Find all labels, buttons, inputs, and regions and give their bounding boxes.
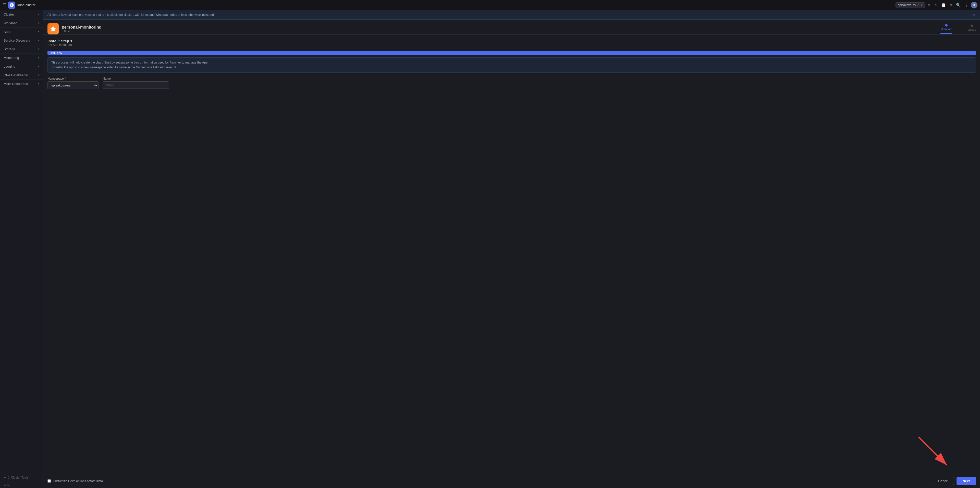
install-title-area: Install: Step 1 Set App metadata bbox=[43, 35, 980, 51]
linux-only-badge: Linux only bbox=[48, 51, 976, 55]
name-label: Name bbox=[103, 77, 169, 80]
name-input[interactable] bbox=[103, 81, 169, 89]
logging-chevron-icon: ▾ bbox=[38, 65, 40, 68]
refresh-icon[interactable]: ↻ bbox=[933, 2, 939, 8]
main-layout: Cluster ▾ Workload ▾ Apps ▾ Service Disc… bbox=[0, 10, 980, 488]
namespace-form-group: Namespace * spisakova-ns bbox=[48, 77, 99, 89]
customize-option: Customize Helm options before install bbox=[48, 479, 104, 483]
app-version: 0.0.14 bbox=[62, 30, 102, 33]
step-values[interactable]: Values bbox=[967, 24, 976, 34]
svg-line-1 bbox=[919, 437, 947, 465]
monitoring-chevron-icon: ▾ bbox=[38, 56, 40, 59]
namespace-value: spisakova-ns bbox=[898, 3, 916, 7]
sidebar-item-logging-label: Logging bbox=[3, 65, 15, 68]
upload-icon[interactable]: ⬆ bbox=[926, 2, 932, 8]
info-line-1: This process will help create the chart.… bbox=[51, 60, 972, 65]
sidebar: Cluster ▾ Workload ▾ Apps ▾ Service Disc… bbox=[0, 10, 43, 488]
step-metadata[interactable]: Metadata bbox=[940, 24, 952, 34]
step-metadata-label: Metadata bbox=[940, 27, 952, 30]
sidebar-item-monitoring[interactable]: Monitoring ▾ bbox=[0, 54, 43, 62]
namespace-select-wrapper: spisakova-ns bbox=[48, 81, 99, 89]
namespace-select[interactable]: spisakova-ns bbox=[48, 81, 99, 89]
cancel-button[interactable]: Cancel bbox=[933, 477, 954, 485]
form-area: Namespace * spisakova-ns Name bbox=[43, 77, 980, 89]
sidebar-item-cluster-label: Cluster bbox=[3, 13, 14, 16]
sidebar-item-cluster[interactable]: Cluster ▾ bbox=[0, 10, 43, 19]
more-resources-chevron-icon: ▾ bbox=[38, 82, 40, 86]
namespace-close-icon[interactable]: ✕ bbox=[917, 3, 920, 6]
cluster-tools-plus-icon: ✦ bbox=[3, 476, 6, 479]
sidebar-item-opa[interactable]: OPA Gatekeeper ▾ bbox=[0, 71, 43, 79]
bottom-buttons: Cancel Next bbox=[933, 477, 976, 485]
app-logo bbox=[8, 2, 15, 9]
opa-chevron-icon: ▾ bbox=[38, 73, 40, 77]
apps-chevron-icon: ▾ bbox=[38, 30, 40, 33]
sidebar-item-service-discovery[interactable]: Service Discovery ▾ bbox=[0, 36, 43, 45]
namespace-selector[interactable]: spisakova-ns ✕ ▾ bbox=[896, 2, 925, 8]
info-box: This process will help create the chart.… bbox=[48, 57, 976, 73]
topbar-right: spisakova-ns ✕ ▾ ⬆ ↻ 📋 ⧉ 🔍 ⋮ bbox=[896, 2, 977, 8]
sidebar-item-opa-label: OPA Gatekeeper bbox=[3, 73, 28, 77]
next-button[interactable]: Next bbox=[956, 477, 976, 485]
storage-chevron-icon: ▾ bbox=[38, 48, 40, 51]
sidebar-item-service-discovery-label: Service Discovery bbox=[3, 38, 30, 42]
namespace-required-indicator: * bbox=[65, 77, 66, 80]
cluster-tools-count: 0 bbox=[8, 476, 10, 479]
info-line-2: To install the app into a new namespace … bbox=[51, 65, 972, 70]
sidebar-item-more-resources[interactable]: More Resources ▾ bbox=[0, 79, 43, 88]
search-icon[interactable]: 🔍 bbox=[955, 2, 962, 8]
topbar-left: ☰ kuba-cluster bbox=[3, 2, 35, 9]
customize-helm-label[interactable]: Customize Helm options before install bbox=[53, 479, 104, 483]
customize-helm-checkbox[interactable] bbox=[48, 479, 51, 483]
banner-text: All charts have at least one version tha… bbox=[48, 13, 215, 17]
sidebar-item-apps[interactable]: Apps ▾ bbox=[0, 27, 43, 36]
user-avatar[interactable] bbox=[971, 2, 977, 8]
install-step-subtitle: Set App metadata bbox=[48, 43, 976, 47]
namespace-label: Namespace * bbox=[48, 77, 99, 80]
namespace-chevron-icon: ▾ bbox=[921, 3, 923, 7]
app-version-label: v2.6.9 bbox=[0, 482, 43, 488]
sidebar-item-monitoring-label: Monitoring bbox=[3, 56, 19, 60]
more-icon[interactable]: ⋮ bbox=[963, 2, 969, 8]
sidebar-item-more-resources-label: More Resources bbox=[3, 82, 28, 86]
service-discovery-chevron-icon: ▾ bbox=[38, 39, 40, 42]
copy-icon[interactable]: ⧉ bbox=[948, 2, 953, 8]
info-banner: All charts have at least one version tha… bbox=[43, 10, 980, 20]
step-values-dot bbox=[970, 24, 973, 27]
sidebar-spacer bbox=[0, 88, 43, 473]
workload-chevron-icon: ▾ bbox=[38, 21, 40, 25]
bottom-bar: Customize Helm options before install Ca… bbox=[43, 474, 980, 488]
sidebar-item-apps-label: Apps bbox=[3, 30, 11, 34]
name-form-group: Name bbox=[103, 77, 169, 89]
cluster-tools-button[interactable]: ✦ 0 Cluster Tools bbox=[0, 473, 43, 482]
install-steps: Metadata Values bbox=[940, 24, 976, 34]
step-values-label: Values bbox=[967, 28, 976, 31]
app-layout: ☰ kuba-cluster spisakova-ns ✕ ▾ ⬆ ↻ 📋 ⧉ … bbox=[0, 0, 980, 488]
install-header: personal-monitoring 0.0.14 Metadata Valu… bbox=[43, 20, 980, 35]
topbar: ☰ kuba-cluster spisakova-ns ✕ ▾ ⬆ ↻ 📋 ⧉ … bbox=[0, 0, 980, 10]
sidebar-item-workload-label: Workload bbox=[3, 21, 18, 25]
cluster-tools-label: Cluster Tools bbox=[11, 476, 29, 479]
content-area: All charts have at least one version tha… bbox=[43, 10, 980, 488]
app-icon bbox=[48, 23, 59, 35]
sidebar-item-workload[interactable]: Workload ▾ bbox=[0, 19, 43, 27]
app-info: personal-monitoring 0.0.14 bbox=[62, 25, 102, 33]
banner-close-icon[interactable]: ✕ bbox=[973, 13, 976, 17]
hamburger-icon[interactable]: ☰ bbox=[3, 3, 6, 7]
sidebar-item-storage-label: Storage bbox=[3, 47, 15, 51]
install-step-title: Install: Step 1 bbox=[48, 39, 976, 43]
red-arrow-indicator bbox=[914, 432, 955, 473]
step-metadata-dot bbox=[945, 24, 948, 27]
cluster-chevron-icon: ▾ bbox=[38, 13, 40, 16]
clipboard-icon[interactable]: 📋 bbox=[940, 2, 947, 8]
cluster-name: kuba-cluster bbox=[18, 3, 35, 7]
app-name: personal-monitoring bbox=[62, 25, 102, 30]
sidebar-item-logging[interactable]: Logging ▾ bbox=[0, 62, 43, 71]
sidebar-item-storage[interactable]: Storage ▾ bbox=[0, 45, 43, 54]
